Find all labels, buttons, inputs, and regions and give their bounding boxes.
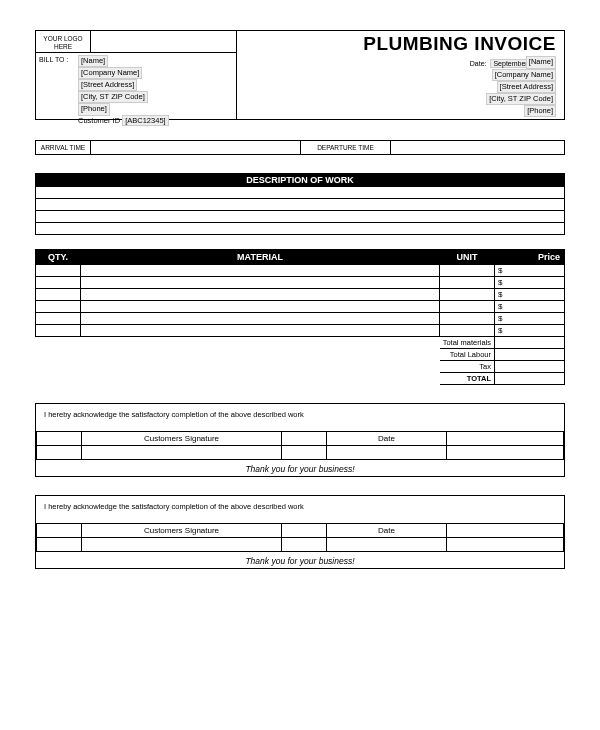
mat-cell[interactable] bbox=[81, 265, 440, 277]
price-cell[interactable]: $ bbox=[495, 313, 565, 325]
qty-cell[interactable] bbox=[36, 313, 81, 325]
work-row[interactable] bbox=[36, 223, 564, 235]
logo-empty bbox=[91, 31, 236, 52]
ship-name: [Name] bbox=[526, 56, 556, 68]
price-header: Price bbox=[495, 250, 565, 265]
price-cell[interactable]: $ bbox=[495, 277, 565, 289]
price-cell[interactable]: $ bbox=[495, 265, 565, 277]
ship-phone: [Phone] bbox=[524, 105, 556, 117]
date-field[interactable] bbox=[327, 538, 447, 552]
time-table: ARRIVAL TIME DEPARTURE TIME bbox=[35, 140, 565, 155]
work-rows bbox=[35, 187, 565, 235]
ack-empty-cell bbox=[447, 524, 564, 538]
unit-cell[interactable] bbox=[440, 313, 495, 325]
total-materials-label: Total materials bbox=[440, 337, 495, 349]
header-left: YOUR LOGO HERE BILL TO : [Name] [Company… bbox=[36, 31, 237, 119]
mat-cell[interactable] bbox=[81, 325, 440, 337]
billto-street: [Street Address] bbox=[78, 79, 137, 91]
sig-field[interactable] bbox=[82, 446, 282, 460]
total-label: TOTAL bbox=[440, 373, 495, 385]
work-row[interactable] bbox=[36, 187, 564, 199]
billto-fields: [Name] [Company Name] [Street Address] [… bbox=[78, 53, 236, 126]
mat-cell[interactable] bbox=[81, 289, 440, 301]
logo-placeholder: YOUR LOGO HERE bbox=[36, 31, 91, 52]
materials-table: QTY. MATERIAL UNIT Price $ $ $ $ $ $ Tot… bbox=[35, 249, 565, 385]
departure-value[interactable] bbox=[391, 141, 565, 155]
ack-text: I hereby acknowledge the satisfactory co… bbox=[36, 496, 564, 523]
billto-city: [City, ST ZIP Code] bbox=[78, 91, 148, 103]
unit-cell[interactable] bbox=[440, 265, 495, 277]
qty-cell[interactable] bbox=[36, 289, 81, 301]
total-value bbox=[495, 373, 565, 385]
header-right: PLUMBING INVOICE Date: September 7, 2016… bbox=[237, 31, 564, 119]
qty-cell[interactable] bbox=[36, 301, 81, 313]
tax-value bbox=[495, 361, 565, 373]
ack-empty-cell bbox=[282, 524, 327, 538]
billto-name: [Name] bbox=[78, 55, 108, 67]
unit-cell[interactable] bbox=[440, 325, 495, 337]
total-labour-value bbox=[495, 349, 565, 361]
ship-fields: [Name] [Company Name] [Street Address] [… bbox=[486, 56, 556, 117]
arrival-value[interactable] bbox=[91, 141, 301, 155]
qty-cell[interactable] bbox=[36, 265, 81, 277]
invoice-header: YOUR LOGO HERE BILL TO : [Name] [Company… bbox=[35, 30, 565, 120]
sig-label: Customers Signature bbox=[82, 524, 282, 538]
total-materials-value bbox=[495, 337, 565, 349]
customer-id: Customer ID [ABC12345] bbox=[78, 116, 169, 126]
invoice-title: PLUMBING INVOICE bbox=[363, 33, 556, 55]
billto-row: BILL TO : [Name] [Company Name] [Street … bbox=[36, 53, 236, 126]
mat-cell[interactable] bbox=[81, 313, 440, 325]
billto-phone: [Phone] bbox=[78, 103, 110, 115]
thanks-text: Thank you for your business! bbox=[36, 460, 564, 476]
price-cell[interactable]: $ bbox=[495, 325, 565, 337]
work-row[interactable] bbox=[36, 199, 564, 211]
mat-cell[interactable] bbox=[81, 301, 440, 313]
ship-city: [City, ST ZIP Code] bbox=[486, 93, 556, 105]
qty-cell[interactable] bbox=[36, 325, 81, 337]
work-row[interactable] bbox=[36, 211, 564, 223]
ack-empty-cell[interactable] bbox=[37, 538, 82, 552]
ack-table: Customers Signature Date bbox=[36, 523, 564, 552]
date-field[interactable] bbox=[327, 446, 447, 460]
unit-cell[interactable] bbox=[440, 301, 495, 313]
ack-box: I hereby acknowledge the satisfactory co… bbox=[35, 495, 565, 569]
ack-empty-cell[interactable] bbox=[447, 538, 564, 552]
unit-cell[interactable] bbox=[440, 289, 495, 301]
total-labour-label: Total Labour bbox=[440, 349, 495, 361]
tax-label: Tax bbox=[440, 361, 495, 373]
sig-label: Customers Signature bbox=[82, 432, 282, 446]
ship-street: [Street Address] bbox=[497, 81, 556, 93]
ack-date-label: Date bbox=[327, 524, 447, 538]
sig-field[interactable] bbox=[82, 538, 282, 552]
ship-company: [Company Name] bbox=[492, 69, 556, 81]
ack-empty-cell bbox=[37, 432, 82, 446]
unit-cell[interactable] bbox=[440, 277, 495, 289]
price-cell[interactable]: $ bbox=[495, 289, 565, 301]
arrival-label: ARRIVAL TIME bbox=[36, 141, 91, 155]
ack-empty-cell[interactable] bbox=[282, 446, 327, 460]
departure-label: DEPARTURE TIME bbox=[301, 141, 391, 155]
ack-empty-cell[interactable] bbox=[447, 446, 564, 460]
ack-empty-cell bbox=[447, 432, 564, 446]
logo-row: YOUR LOGO HERE bbox=[36, 31, 236, 53]
ack-empty-cell bbox=[37, 524, 82, 538]
ack-table: Customers Signature Date bbox=[36, 431, 564, 460]
ack-empty-cell bbox=[282, 432, 327, 446]
unit-header: UNIT bbox=[440, 250, 495, 265]
work-header: DESCRIPTION OF WORK bbox=[35, 173, 565, 187]
ack-text: I hereby acknowledge the satisfactory co… bbox=[36, 404, 564, 431]
qty-cell[interactable] bbox=[36, 277, 81, 289]
billto-label: BILL TO : bbox=[36, 53, 78, 126]
thanks-text: Thank you for your business! bbox=[36, 552, 564, 568]
qty-header: QTY. bbox=[36, 250, 81, 265]
material-header: MATERIAL bbox=[81, 250, 440, 265]
ack-empty-cell[interactable] bbox=[37, 446, 82, 460]
ack-box: I hereby acknowledge the satisfactory co… bbox=[35, 403, 565, 477]
ack-empty-cell[interactable] bbox=[282, 538, 327, 552]
billto-company: [Company Name] bbox=[78, 67, 142, 79]
price-cell[interactable]: $ bbox=[495, 301, 565, 313]
ack-date-label: Date bbox=[327, 432, 447, 446]
mat-cell[interactable] bbox=[81, 277, 440, 289]
